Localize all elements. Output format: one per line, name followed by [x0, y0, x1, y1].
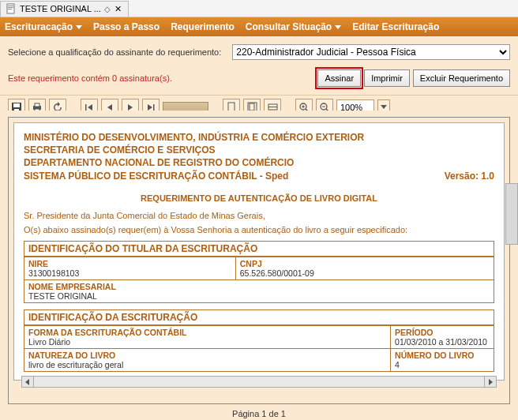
nire-value: 31300198103	[28, 268, 79, 278]
numero-value: 4	[395, 360, 400, 369]
secretary-line: SECRETARIA DE COMÉRCIO E SERVIÇOS	[24, 144, 494, 156]
window-tab[interactable]: TESTE ORIGINAL ... ◇ ✕	[0, 1, 129, 17]
tab-title: TESTE ORIGINAL ...	[20, 4, 101, 13]
svg-rect-10	[85, 104, 87, 111]
ministry-line: MINISTÉRIO DO DESENVOLVIMENTO, INDÚSTRIA…	[24, 131, 494, 144]
svg-rect-5	[13, 103, 20, 107]
svg-rect-15	[153, 104, 155, 111]
window-scrollbar-thumb[interactable]	[505, 183, 518, 245]
page-indicator: Página 1 de 1	[0, 407, 518, 420]
menu-label: Editar Escrituração	[352, 21, 439, 32]
document-title: REQUERIMENTO DE AUTENTICAÇÃO DE LIVRO DI…	[24, 193, 494, 203]
cnpj-value: 65.526.580/0001-09	[240, 268, 314, 278]
scroll-right-icon[interactable]	[484, 376, 497, 388]
titular-table: NIRE 31300198103 CNPJ 65.526.580/0001-09…	[24, 257, 494, 303]
menu-label: Escrituracação	[5, 21, 73, 32]
natureza-label: NATUREZA DO LIVRO	[28, 351, 115, 360]
forma-value: Livro Diário	[28, 337, 70, 347]
version-label: Versão: 1.0	[445, 170, 494, 182]
section-escrituracao: IDENTIFICAÇÃO DA ESCRITURAÇÃO	[24, 309, 494, 325]
menu-editar[interactable]: Editar Escrituração	[352, 21, 439, 32]
horizontal-scrollbar[interactable]	[21, 376, 497, 388]
document-icon	[6, 3, 17, 14]
escrituracao-table: FORMA DA ESCRITURAÇÃO CONTÁBIL Livro Diá…	[24, 325, 494, 372]
assinar-button[interactable]: Assinar	[317, 69, 361, 87]
department-line: DEPARTAMENTO NACIONAL DE REGISTRO DO COM…	[24, 156, 494, 169]
request-text: O(s) abaixo assinado(s) requer(em) à Vos…	[24, 225, 494, 234]
periodo-label: PERÍODO	[395, 328, 433, 337]
svg-rect-1	[8, 6, 13, 6]
cnpj-label: CNPJ	[240, 259, 262, 268]
svg-marker-14	[148, 104, 152, 111]
menu-label: Passo a Passo	[93, 21, 160, 32]
menu-consultar[interactable]: Consultar Situação	[246, 21, 341, 32]
menu-passo[interactable]: Passo a Passo	[93, 21, 160, 32]
nire-label: NIRE	[28, 259, 48, 268]
svg-marker-13	[128, 104, 133, 111]
close-icon[interactable]: ✕	[114, 4, 123, 13]
salutation: Sr. Presidente da Junta Comercial do Est…	[24, 211, 494, 220]
scroll-track[interactable]	[34, 376, 484, 388]
numero-label: NÚMERO DO LIVRO	[395, 351, 474, 360]
svg-marker-12	[107, 104, 112, 111]
svg-rect-3	[8, 9, 12, 9]
periodo-value: 01/03/2010 a 31/03/2010	[395, 337, 487, 347]
excluir-button[interactable]: Excluir Requerimento	[413, 69, 510, 87]
section-titular: IDENTIFICAÇÃO DO TITULAR DA ESCRITURAÇÃO	[24, 241, 494, 257]
tab-pin-icon[interactable]: ◇	[104, 5, 111, 13]
forma-label: FORMA DA ESCRITURAÇÃO CONTÁBIL	[28, 328, 186, 337]
menubar: Escrituracação Passo a Passo Requeriment…	[0, 17, 518, 36]
menu-label: Requerimento	[171, 21, 235, 32]
chevron-down-icon	[76, 25, 82, 29]
system-line: SISTEMA PÚBLICO DE ESCRITURAÇÃO CONTÁBIL…	[24, 170, 494, 182]
menu-label: Consultar Situação	[246, 21, 332, 32]
scroll-left-icon[interactable]	[21, 376, 34, 388]
imprimir-button[interactable]: Imprimir	[364, 69, 410, 87]
nome-value: TESTE ORIGINAL	[28, 291, 97, 301]
svg-marker-28	[25, 379, 29, 385]
signature-status: Este requerimento contém 0 assinatura(s)…	[8, 73, 172, 83]
menu-escrituracao[interactable]: Escrituracação	[5, 21, 82, 32]
svg-rect-18	[250, 103, 254, 111]
qualification-label: Selecione a qualificação do assinante do…	[8, 47, 221, 57]
document-page: MINISTÉRIO DO DESENVOLVIMENTO, INDÚSTRIA…	[13, 122, 505, 381]
svg-rect-2	[8, 7, 13, 8]
menu-requerimento[interactable]: Requerimento	[171, 21, 235, 32]
nome-label: NOME EMPRESARIAL	[28, 282, 116, 291]
chevron-down-icon	[335, 25, 341, 29]
chevron-down-icon	[381, 105, 387, 109]
natureza-value: livro de escrituração geral	[28, 360, 123, 369]
svg-rect-8	[35, 103, 39, 107]
svg-marker-11	[88, 104, 92, 111]
qualification-select[interactable]: 220-Administrador Judicial - Pessoa Físi…	[232, 44, 510, 60]
svg-marker-29	[489, 379, 493, 385]
